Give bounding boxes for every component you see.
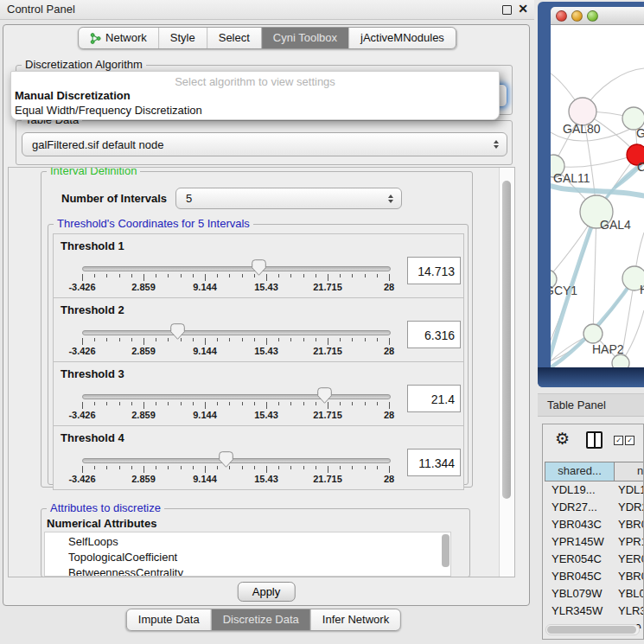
- scale-label: 28: [384, 474, 394, 484]
- scale-label: 2.859: [131, 346, 156, 356]
- tab-select[interactable]: Select: [207, 28, 261, 48]
- slider-ticks: [82, 466, 389, 474]
- scale-label: 9.144: [193, 474, 217, 484]
- threshold-label: Threshold 3: [61, 367, 124, 380]
- threshold-value-field[interactable]: 11.344: [407, 449, 461, 476]
- tab-network[interactable]: Network: [79, 28, 158, 48]
- threshold-slider-track[interactable]: [82, 266, 391, 271]
- attribute-list-item[interactable]: TopologicalCoefficient: [68, 550, 450, 565]
- table-data-combobox[interactable]: galFiltered.sif default node: [22, 132, 507, 156]
- cell-name: YDR2: [614, 499, 644, 516]
- svg-text:GCY1: GCY1: [551, 284, 577, 297]
- threshold-row-1: Threshold 1-3.4262.8599.14415.4321.71528…: [53, 233, 464, 298]
- cell-shared-name: YBL079W: [545, 585, 614, 603]
- tab-jactivemnodules[interactable]: jActiveMNodules: [348, 28, 456, 48]
- numerical-attributes-label: Numerical Attributes: [47, 517, 156, 530]
- cell-name: YBR0: [614, 516, 644, 533]
- threshold-value-field[interactable]: 21.4: [407, 385, 461, 412]
- scale-label: -3.426: [68, 346, 95, 356]
- threshold-value-field[interactable]: 14.713: [407, 257, 461, 284]
- interval-definition-group: Interval Definition Number of Intervals …: [41, 171, 473, 488]
- tab-cyni-toolbox[interactable]: Cyni Toolbox: [261, 28, 348, 48]
- table-row[interactable]: YPR145WYPR1: [545, 533, 644, 551]
- attributes-list-scrollbar[interactable]: [442, 534, 450, 567]
- number-of-intervals-combobox[interactable]: 5: [175, 188, 402, 209]
- cell-shared-name: YDL19...: [545, 481, 614, 499]
- scale-label: 9.144: [193, 282, 217, 292]
- algorithm-popup-hint: Select algorithm to view settings: [11, 72, 499, 88]
- thresholds-coordinates-group: Threshold's Coordinates for 5 Intervals …: [48, 224, 469, 485]
- scale-label: 9.144: [193, 346, 217, 356]
- checkbox-checked-icon[interactable]: ✓: [625, 436, 634, 445]
- table-row[interactable]: YDR27...YDR2: [545, 499, 644, 516]
- zoom-traffic-light[interactable]: [587, 10, 598, 22]
- table-row[interactable]: YBR043CYBR0: [545, 516, 644, 533]
- algorithm-option[interactable]: Manual Discretization: [11, 88, 499, 103]
- network-view-titlebar[interactable]: [551, 7, 644, 25]
- threshold-row-3: Threshold 3-3.4262.8599.14415.4321.71528…: [53, 361, 464, 426]
- node-hap2[interactable]: [583, 324, 603, 343]
- threshold-label: Threshold 2: [61, 303, 124, 316]
- network-frame-bottom-border: [538, 367, 644, 387]
- table-header-row: shared... n: [545, 462, 644, 481]
- threshold-slider-track[interactable]: [82, 330, 391, 335]
- network-icon: [90, 33, 101, 44]
- tab-label: Discretize Data: [223, 609, 299, 630]
- scale-label: -3.426: [68, 282, 95, 292]
- scale-label: 21.715: [313, 410, 342, 420]
- scrollbar-thumb[interactable]: [547, 626, 636, 634]
- float-icon[interactable]: [502, 5, 512, 15]
- cell-name: YDL1: [614, 481, 644, 499]
- threshold-value-field[interactable]: 6.316: [407, 321, 461, 348]
- close-traffic-light[interactable]: [556, 10, 567, 22]
- tab-style[interactable]: Style: [158, 28, 207, 48]
- table-row[interactable]: YDL19...YDL1: [545, 481, 644, 499]
- algorithm-option[interactable]: Equal Width/Frequency Discretization: [11, 103, 499, 118]
- attribute-list-item[interactable]: BetweennessCentrality: [68, 565, 450, 577]
- tab-infer-network[interactable]: Infer Network: [310, 609, 400, 630]
- threshold-label: Threshold 1: [61, 239, 124, 252]
- settings-vertical-scrollbar[interactable]: [499, 168, 514, 577]
- column-header-shared-name[interactable]: shared...: [545, 462, 615, 481]
- thresholds-coordinates-group-title: Threshold's Coordinates for 5 Intervals: [54, 217, 253, 230]
- checkbox-checked-icon[interactable]: ✓: [614, 436, 623, 445]
- gear-icon[interactable]: ⚙: [555, 429, 570, 448]
- scale-label: 2.859: [131, 282, 156, 292]
- split-view-icon[interactable]: [586, 431, 603, 449]
- table-row[interactable]: YLR345WYLR3: [545, 603, 644, 620]
- tab-label: Select: [219, 28, 250, 48]
- bottom-tab-bar: Impute DataDiscretize DataInfer Network: [126, 609, 401, 631]
- combo-arrows-icon: [388, 194, 393, 203]
- threshold-slider-track[interactable]: [82, 458, 391, 463]
- svg-text:H: H: [640, 283, 644, 296]
- table-data-group: Table Data galFiltered.sif default node: [16, 120, 513, 165]
- scrollbar-thumb[interactable]: [502, 181, 511, 499]
- minimize-traffic-light[interactable]: [571, 10, 583, 22]
- table-row[interactable]: YBL079WYBL0: [545, 585, 644, 603]
- node-bottom[interactable]: [612, 354, 629, 367]
- table-row[interactable]: YBR045CYBR0: [545, 568, 644, 585]
- tab-discretize-data[interactable]: Discretize Data: [211, 609, 310, 630]
- table-horizontal-scrollbar[interactable]: [545, 624, 640, 635]
- apply-button[interactable]: Apply: [238, 582, 296, 602]
- threshold-row-2: Threshold 2-3.4262.8599.14415.4321.71528…: [53, 297, 464, 362]
- tab-impute-data[interactable]: Impute Data: [127, 609, 211, 630]
- close-icon[interactable]: ✕: [518, 2, 528, 16]
- scale-label: 28: [384, 346, 394, 356]
- table-panel-body: ⚙ ✓ ✓ shared... n YDL19...YDL1YDR27...YD…: [542, 424, 644, 640]
- numerical-attributes-list[interactable]: SelfLoopsTopologicalCoefficientBetweenne…: [44, 532, 451, 577]
- attributes-group-title: Attributes to discretize: [47, 501, 164, 514]
- attribute-list-item[interactable]: SelfLoops: [68, 534, 450, 550]
- network-canvas[interactable]: GAL80 G C GAL11 GAL4 GCY1 H HAP2: [551, 25, 644, 367]
- table-panel-title: Table Panel: [547, 394, 606, 417]
- slider-ticks: [82, 338, 389, 346]
- tab-label: Infer Network: [322, 609, 389, 630]
- scale-label: -3.426: [68, 474, 95, 484]
- table-row[interactable]: YER054CYER0: [545, 551, 644, 568]
- scale-label: 15.43: [254, 474, 278, 484]
- scale-label: -3.426: [68, 410, 95, 420]
- column-header-name[interactable]: n: [615, 462, 644, 481]
- threshold-slider-track[interactable]: [82, 394, 391, 399]
- tab-label: Network: [105, 28, 147, 48]
- threshold-label: Threshold 4: [61, 431, 124, 444]
